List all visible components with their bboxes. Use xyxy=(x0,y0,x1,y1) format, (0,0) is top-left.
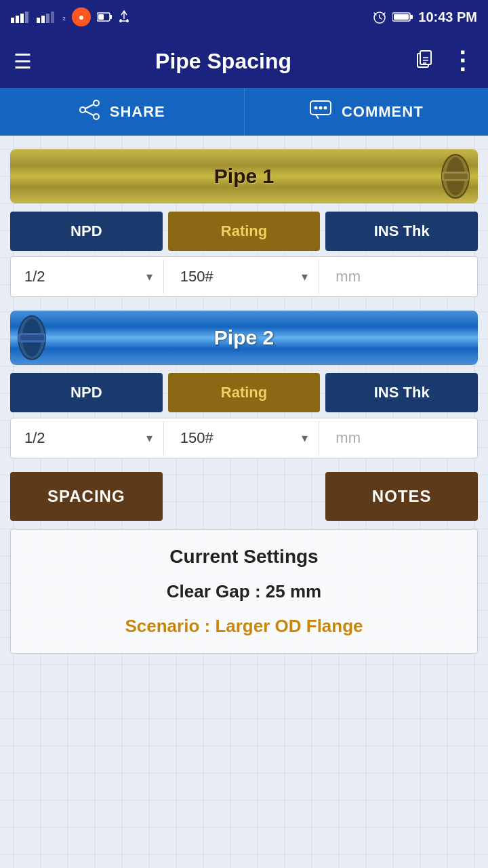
time-display: 10:43 PM xyxy=(418,9,477,25)
pipe1-rating-header: Rating xyxy=(168,212,321,251)
pipe1-npd-header: NPD xyxy=(10,212,163,251)
results-clear-gap: Clear Gap : 25 mm xyxy=(24,581,464,602)
battery-icon xyxy=(392,11,413,23)
pipe1-input-row: 1/2 ▾ 150# ▾ mm xyxy=(10,256,478,297)
comment-button[interactable]: COMMENT xyxy=(245,88,489,136)
pipe2-insthk-input[interactable]: mm xyxy=(325,421,474,455)
svg-rect-31 xyxy=(444,174,468,179)
app-title: Pipe Spacing xyxy=(45,49,401,74)
svg-point-22 xyxy=(94,114,99,119)
share-label: SHARE xyxy=(110,103,165,121)
comment-icon xyxy=(309,100,332,125)
signal-icon xyxy=(11,11,31,23)
app-bar: ☰ Pipe Spacing ⋮ xyxy=(0,34,488,88)
share-device-button[interactable] xyxy=(415,48,436,75)
share-button[interactable]: SHARE xyxy=(0,88,245,136)
pipe2-insthk-placeholder: mm xyxy=(336,429,361,447)
svg-rect-17 xyxy=(410,15,413,19)
pipe1-npd-dropdown[interactable]: ▾ xyxy=(146,269,152,284)
pipe2-rating-input[interactable]: 150# ▾ xyxy=(169,421,320,455)
results-panel: Current Settings Clear Gap : 25 mm Scena… xyxy=(10,529,478,654)
svg-rect-11 xyxy=(110,15,112,19)
svg-rect-7 xyxy=(51,12,54,23)
svg-text:●: ● xyxy=(79,12,84,22)
notes-button[interactable]: NOTES xyxy=(325,472,478,521)
spacing-button[interactable]: SPACING xyxy=(10,472,163,521)
menu-button[interactable]: ☰ xyxy=(14,50,32,73)
svg-rect-6 xyxy=(46,14,49,23)
signal2-icon xyxy=(37,11,57,23)
battery-low-icon xyxy=(97,11,112,23)
pipe1-fitting-right xyxy=(430,153,478,200)
pipe1-col-headers: NPD Rating INS Thk xyxy=(10,212,478,251)
app-icon: ● xyxy=(71,7,92,27)
comment-label: COMMENT xyxy=(342,103,424,121)
status-right: 10:43 PM xyxy=(372,9,477,25)
svg-point-14 xyxy=(126,20,129,22)
status-left: ₂ ● xyxy=(11,7,131,27)
svg-point-26 xyxy=(319,106,322,109)
pipe2-npd-dropdown[interactable]: ▾ xyxy=(146,431,152,446)
svg-rect-18 xyxy=(394,14,409,20)
pipe2-banner: Pipe 2 xyxy=(10,311,478,365)
svg-rect-1 xyxy=(16,16,19,23)
svg-rect-5 xyxy=(41,16,45,23)
pipe2-label: Pipe 2 xyxy=(214,326,274,349)
svg-rect-4 xyxy=(37,18,40,23)
pipe2-npd-header: NPD xyxy=(10,373,163,412)
action-buttons-row: SPACING NOTES xyxy=(10,472,478,521)
usb-icon xyxy=(117,9,131,24)
svg-rect-3 xyxy=(25,12,28,23)
results-title: Current Settings xyxy=(24,546,464,568)
more-options-button[interactable]: ⋮ xyxy=(450,47,474,75)
pipe2-col-headers: NPD Rating INS Thk xyxy=(10,373,478,412)
pipe2-fitting-left xyxy=(10,314,58,361)
alarm-icon xyxy=(372,9,387,24)
svg-point-23 xyxy=(80,107,85,113)
pipe2-npd-input[interactable]: 1/2 ▾ xyxy=(14,421,164,455)
pipe1-insthk-placeholder: mm xyxy=(336,268,361,285)
pipe1-rating-value: 150# xyxy=(180,268,214,285)
pipe1-banner: Pipe 1 xyxy=(10,149,478,203)
pipe2-input-row: 1/2 ▾ 150# ▾ mm xyxy=(10,418,478,458)
pipe1-rating-dropdown[interactable]: ▾ xyxy=(302,269,308,284)
status-bar: ₂ ● 10:43 PM xyxy=(0,0,488,34)
svg-rect-12 xyxy=(98,14,104,20)
pipe1-label: Pipe 1 xyxy=(214,165,274,188)
pipe2-insthk-header: INS Thk xyxy=(325,373,478,412)
pipe2-npd-value: 1/2 xyxy=(24,429,45,447)
svg-point-13 xyxy=(119,20,122,22)
pipe2-rating-dropdown[interactable]: ▾ xyxy=(302,431,308,446)
results-scenario: Scenario : Larger OD Flange xyxy=(24,616,464,637)
pipe2-rating-value: 150# xyxy=(180,429,214,447)
svg-rect-2 xyxy=(20,14,24,23)
svg-point-27 xyxy=(323,106,327,109)
share-icon xyxy=(79,100,100,125)
pipe1-npd-value: 1/2 xyxy=(24,268,45,285)
main-content: Pipe 1 NPD Rating INS Thk 1/2 ▾ 150# ▾ m… xyxy=(0,136,488,868)
svg-point-21 xyxy=(94,100,99,106)
pipe1-insthk-header: INS Thk xyxy=(325,212,478,251)
pipe1-rating-input[interactable]: 150# ▾ xyxy=(169,260,320,294)
pipe2-rating-header: Rating xyxy=(168,373,321,412)
svg-point-25 xyxy=(314,106,317,109)
pipe1-insthk-input[interactable]: mm xyxy=(325,260,474,294)
pipe1-npd-input[interactable]: 1/2 ▾ xyxy=(14,260,164,294)
action-bar: SHARE COMMENT xyxy=(0,88,488,136)
svg-rect-35 xyxy=(20,335,44,340)
svg-rect-0 xyxy=(11,18,14,23)
